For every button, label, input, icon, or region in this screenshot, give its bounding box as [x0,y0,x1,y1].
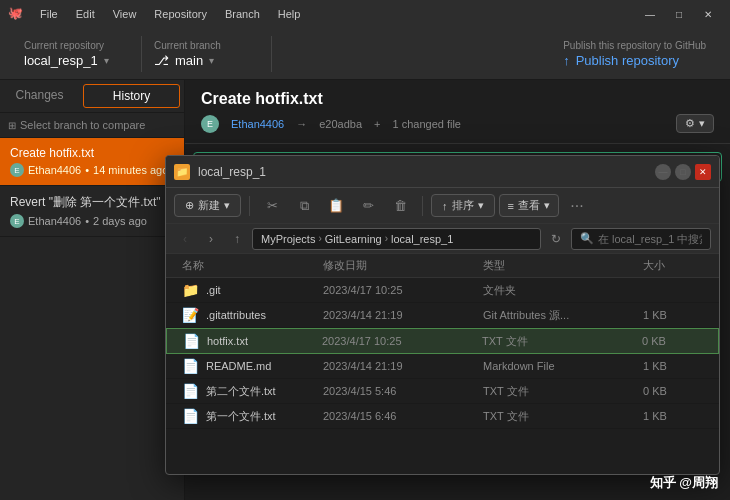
col-type: 类型 [483,258,643,273]
menu-file[interactable]: File [32,6,66,22]
menu-branch[interactable]: Branch [217,6,268,22]
back-button[interactable]: ‹ [174,228,196,250]
file-table: 名称 修改日期 类型 大小 📁 .git 2023/4/17 10:25 文件夹… [166,254,719,474]
tab-history[interactable]: History [83,84,180,108]
commit-info: E Ethan4406 → e20adba + 1 changed file ⚙… [201,114,714,133]
file-row-0[interactable]: 📁 .git 2023/4/17 10:25 文件夹 [166,278,719,303]
file-row-4[interactable]: 📄 第二个文件.txt 2023/4/15 5:46 TXT 文件 0 KB [166,379,719,404]
branch-name: ⎇ main ▾ [154,53,259,68]
close-button[interactable]: ✕ [694,4,722,24]
maximize-button[interactable]: □ [665,4,693,24]
commit-author: Ethan4406 [231,118,284,130]
branch-compare[interactable]: ⊞ Select branch to compare [0,113,184,138]
file-type-icon-5: 📄 [182,408,198,424]
watermark: 知乎 @周翔 [650,474,718,492]
explorer-folder-icon: 📁 [174,164,190,180]
minimize-button[interactable]: — [636,4,664,24]
up-button[interactable]: ↑ [226,228,248,250]
file-size-1: 1 KB [643,309,703,321]
menu-bar: File Edit View Repository Branch Help [32,6,308,22]
more-button[interactable]: ··· [563,194,591,218]
view-chevron: ▾ [544,199,550,212]
file-table-header: 名称 修改日期 类型 大小 [166,254,719,278]
app-icon: 🐙 [8,6,24,22]
cut-button[interactable]: ✂ [258,194,286,218]
tab-changes[interactable]: Changes [0,80,79,112]
search-input[interactable] [598,233,702,245]
new-button[interactable]: ⊕ 新建 ▾ [174,194,241,217]
rename-button[interactable]: ✏ [354,194,382,218]
commit-meta-0: E Ethan4406 • 14 minutes ago [10,163,174,177]
address-bar: ‹ › ↑ MyProjects › GitLearning › local_r… [166,224,719,254]
path-part-1: MyProjects [261,233,315,245]
file-name-2: 📄 hotfix.txt [183,333,322,349]
menu-repository[interactable]: Repository [146,6,215,22]
publish-sub: Publish this repository to GitHub [563,40,706,51]
copy-button[interactable]: ⧉ [290,194,318,218]
delete-button[interactable]: 🗑 [386,194,414,218]
explorer-minimize-button[interactable]: — [655,164,671,180]
file-type-5: TXT 文件 [483,409,643,424]
refresh-button[interactable]: ↻ [545,228,567,250]
explorer-toolbar: ⊕ 新建 ▾ ✂ ⧉ 📋 ✏ 🗑 ↑ 排序 ▾ ≡ 查看 ▾ ··· [166,188,719,224]
file-date-5: 2023/4/15 6:46 [323,410,483,422]
file-size-3: 1 KB [643,360,703,372]
file-row-2[interactable]: 📄 hotfix.txt 2023/4/17 10:25 TXT 文件 0 KB [166,328,719,354]
commit-item-1[interactable]: Revert "删除 第一个文件.txt" E Ethan4406 • 2 da… [0,186,184,237]
tab-bar: Changes History [0,80,184,113]
sort-button[interactable]: ↑ 排序 ▾ [431,194,495,217]
col-date: 修改日期 [323,258,483,273]
branch-chevron-icon: ▾ [209,55,214,66]
toolbar: Current repository local_resp_1 ▾ Curren… [0,28,730,80]
separator: + [374,118,380,130]
commit-detail-title: Create hotfix.txt [201,90,714,108]
new-chevron: ▾ [224,199,230,212]
commit-title-1: Revert "删除 第一个文件.txt" [10,194,174,211]
path-part-2: GitLearning [325,233,382,245]
file-row-3[interactable]: 📄 README.md 2023/4/14 21:19 Markdown Fil… [166,354,719,379]
sort-chevron: ▾ [478,199,484,212]
file-type-icon-3: 📄 [182,358,198,374]
file-date-2: 2023/4/17 10:25 [322,335,482,347]
explorer-maximize-button[interactable]: □ [675,164,691,180]
file-date-4: 2023/4/15 5:46 [323,385,483,397]
commit-item-0[interactable]: Create hotfix.txt E Ethan4406 • 14 minut… [0,138,184,186]
forward-button[interactable]: › [200,228,222,250]
file-type-icon-0: 📁 [182,282,198,298]
search-box[interactable]: 🔍 [571,228,711,250]
new-icon: ⊕ [185,199,194,212]
sort-icon: ↑ [442,200,448,212]
current-repo-label: Current repository [24,40,129,51]
publish-section[interactable]: Publish this repository to GitHub ↑ Publ… [551,36,718,72]
menu-view[interactable]: View [105,6,145,22]
file-type-icon-1: 📝 [182,307,198,323]
file-type-0: 文件夹 [483,283,643,298]
explorer-titlebar: 📁 local_resp_1 — □ ✕ [166,156,719,188]
explorer-window: 📁 local_resp_1 — □ ✕ ⊕ 新建 ▾ ✂ ⧉ 📋 ✏ 🗑 ↑ … [165,155,720,475]
file-table-body: 📁 .git 2023/4/17 10:25 文件夹 📝 .gitattribu… [166,278,719,474]
paste-button[interactable]: 📋 [322,194,350,218]
repo-name: local_resp_1 ▾ [24,53,129,68]
separator-1 [249,196,250,216]
current-repo-section[interactable]: Current repository local_resp_1 ▾ [12,36,142,72]
window-controls: — □ ✕ [636,4,722,24]
menu-edit[interactable]: Edit [68,6,103,22]
file-name-4: 📄 第二个文件.txt [182,383,323,399]
settings-button[interactable]: ⚙ ▾ [676,114,714,133]
menu-help[interactable]: Help [270,6,309,22]
file-row-5[interactable]: 📄 第一个文件.txt 2023/4/15 6:46 TXT 文件 1 KB [166,404,719,429]
explorer-close-button[interactable]: ✕ [695,164,711,180]
commit-files-count: 1 changed file [392,118,461,130]
search-icon: 🔍 [580,232,594,245]
file-row-1[interactable]: 📝 .gitattributes 2023/4/14 21:19 Git Att… [166,303,719,328]
file-date-3: 2023/4/14 21:19 [323,360,483,372]
file-size-4: 0 KB [643,385,703,397]
current-branch-label: Current branch [154,40,259,51]
current-branch-section[interactable]: Current branch ⎇ main ▾ [142,36,272,72]
explorer-title: local_resp_1 [198,165,655,179]
path-part-3: local_resp_1 [391,233,453,245]
address-path[interactable]: MyProjects › GitLearning › local_resp_1 [252,228,541,250]
branch-compare-label: Select branch to compare [20,119,145,131]
col-size: 大小 [643,258,703,273]
view-button[interactable]: ≡ 查看 ▾ [499,194,559,217]
